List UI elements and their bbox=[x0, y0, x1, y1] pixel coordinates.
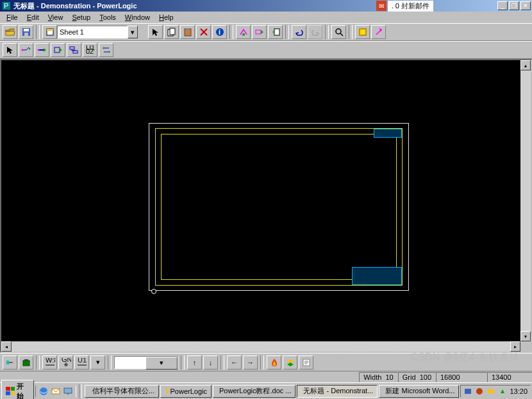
dropdown-icon[interactable]: ▾ bbox=[90, 355, 105, 370]
select-mode[interactable] bbox=[3, 43, 17, 57]
info-button[interactable]: i bbox=[212, 25, 227, 39]
redo-button[interactable] bbox=[308, 25, 322, 39]
svg-rect-43 bbox=[166, 388, 169, 393]
svg-rect-6 bbox=[47, 29, 53, 31]
menu-setup[interactable]: Setup bbox=[68, 13, 94, 22]
menu-tools[interactable]: Tools bbox=[96, 13, 120, 22]
add-part[interactable] bbox=[51, 43, 65, 57]
delete-button[interactable] bbox=[196, 25, 211, 39]
svg-rect-35 bbox=[11, 387, 15, 391]
outlook-icon[interactable] bbox=[50, 386, 62, 397]
add-netname[interactable]: U102 bbox=[83, 43, 97, 57]
tray-icon-3[interactable] bbox=[486, 387, 495, 396]
desktop-icon[interactable] bbox=[62, 386, 74, 397]
sheet-input[interactable] bbox=[57, 26, 128, 38]
tray-icon-4[interactable] bbox=[498, 387, 507, 396]
ie-icon[interactable] bbox=[38, 386, 49, 397]
status-bar: Width 10 Grid 100 16800 13400 bbox=[0, 371, 532, 382]
status-width: Width 10 bbox=[359, 372, 398, 382]
svg-rect-51 bbox=[488, 389, 494, 393]
part-edit-button[interactable] bbox=[252, 25, 267, 39]
gnd-button[interactable]: GND bbox=[58, 355, 73, 370]
window-title: 无标题 - Demonstration - PowerLogic bbox=[13, 1, 137, 11]
mail-icon[interactable]: ✉ bbox=[376, 1, 387, 11]
vertical-scrollbar[interactable]: ▴ ▾ bbox=[520, 60, 531, 341]
task-item-3[interactable]: WPowerLogic教程.doc ... bbox=[213, 385, 295, 398]
view-nets[interactable] bbox=[3, 355, 17, 370]
right-button[interactable]: → bbox=[243, 355, 258, 370]
status-x: 16800 bbox=[436, 372, 487, 382]
svg-rect-22 bbox=[70, 47, 74, 49]
work-area: ▴ ▾ ◂ ▸ bbox=[0, 59, 532, 353]
menu-file[interactable]: File bbox=[3, 13, 22, 22]
pin-count-button[interactable]: U1:1 bbox=[74, 355, 89, 370]
paste-button[interactable] bbox=[180, 25, 195, 39]
close-button[interactable]: ✕ bbox=[520, 1, 531, 10]
minimize-button[interactable]: _ bbox=[497, 1, 508, 10]
sheet-dropdown-icon[interactable]: ▾ bbox=[128, 26, 138, 38]
svg-text:GND: GND bbox=[62, 358, 71, 363]
down-button[interactable]: ↓ bbox=[203, 355, 218, 370]
left-button[interactable]: ← bbox=[227, 355, 242, 370]
up-button[interactable]: ↑ bbox=[187, 355, 202, 370]
svg-rect-8 bbox=[170, 28, 175, 35]
svg-point-27 bbox=[12, 362, 13, 363]
scroll-left-icon[interactable]: ◂ bbox=[1, 341, 12, 352]
task-item-2[interactable]: PowerLogic bbox=[160, 385, 212, 398]
tray-icon-2[interactable] bbox=[475, 387, 484, 396]
view-board[interactable] bbox=[19, 355, 33, 370]
taskbar: 开始 信利半导体有限公... PowerLogic WPowerLogic教程.… bbox=[0, 382, 532, 399]
zoom-button[interactable] bbox=[331, 25, 346, 39]
svg-rect-49 bbox=[465, 389, 471, 394]
task-item-1[interactable]: 信利半导体有限公... bbox=[85, 385, 159, 398]
save-button[interactable] bbox=[19, 25, 33, 39]
maximize-button[interactable]: ❐ bbox=[509, 1, 519, 10]
title-block-bottom[interactable] bbox=[352, 267, 402, 285]
display-colors-button[interactable] bbox=[355, 25, 370, 39]
add-bus[interactable] bbox=[35, 43, 49, 57]
task-item-4[interactable]: 无标题 - Demonstrat... bbox=[297, 385, 378, 398]
status-y: 13400 bbox=[487, 372, 532, 382]
tray-icon-1[interactable] bbox=[463, 387, 472, 396]
scroll-right-icon[interactable]: ▸ bbox=[510, 341, 520, 352]
mail-notification[interactable]: . 0 封新邮件 bbox=[388, 1, 433, 12]
schematic-canvas[interactable] bbox=[1, 60, 531, 341]
menu-help[interactable]: Help bbox=[155, 13, 178, 22]
redraw-button[interactable] bbox=[371, 25, 386, 39]
title-bar: P 无标题 - Demonstration - PowerLogic ✉ . 0… bbox=[0, 0, 532, 12]
script-icon[interactable] bbox=[299, 355, 313, 370]
filter-combo[interactable]: ▾ bbox=[114, 356, 178, 369]
sheet-border[interactable] bbox=[155, 128, 403, 286]
task-item-5[interactable]: W新建 Microsoft Word... bbox=[379, 385, 459, 398]
sheet-selector[interactable]: ▾ bbox=[42, 25, 138, 39]
select-tool[interactable] bbox=[148, 25, 163, 39]
horizontal-scrollbar[interactable]: ◂ ▸ bbox=[1, 341, 531, 352]
clock[interactable]: 13:20 bbox=[510, 387, 528, 395]
start-button[interactable]: 开始 bbox=[1, 380, 34, 400]
menu-window[interactable]: Window bbox=[121, 13, 154, 22]
flame-icon[interactable] bbox=[267, 355, 281, 370]
svg-text:i: i bbox=[219, 28, 220, 36]
add-hierarchical[interactable] bbox=[67, 43, 81, 57]
part-add-button[interactable] bbox=[236, 25, 251, 39]
open-button[interactable] bbox=[3, 25, 17, 39]
layers-icon[interactable] bbox=[283, 355, 297, 370]
system-tray: 13:20 bbox=[460, 385, 531, 398]
design-toolbar: U102 bbox=[0, 41, 532, 59]
copy-button[interactable] bbox=[164, 25, 179, 39]
width-button[interactable]: W:8 bbox=[42, 355, 57, 370]
menu-bar: File Edit View Setup Tools Window Help bbox=[0, 12, 532, 23]
scroll-up-icon[interactable]: ▴ bbox=[520, 60, 531, 70]
title-block-top[interactable] bbox=[374, 129, 402, 138]
svg-rect-21 bbox=[54, 47, 60, 53]
sheet-button[interactable] bbox=[268, 25, 283, 39]
swap-pins[interactable] bbox=[99, 43, 113, 57]
svg-rect-10 bbox=[186, 28, 190, 30]
menu-view[interactable]: View bbox=[44, 13, 67, 22]
svg-point-16 bbox=[336, 29, 341, 34]
undo-button[interactable] bbox=[292, 25, 306, 39]
add-connection[interactable] bbox=[19, 43, 33, 57]
scroll-down-icon[interactable]: ▾ bbox=[520, 331, 531, 341]
svg-rect-3 bbox=[24, 29, 29, 31]
menu-edit[interactable]: Edit bbox=[23, 13, 43, 22]
